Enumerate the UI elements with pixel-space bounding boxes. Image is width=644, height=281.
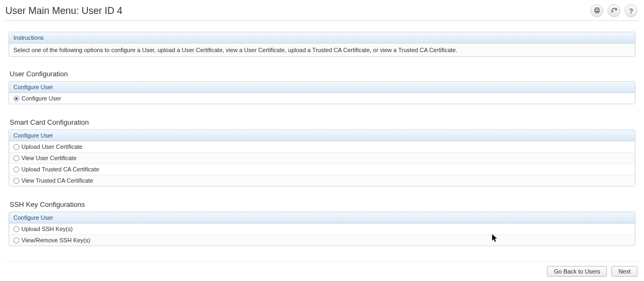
option-label: View User Certificate — [21, 155, 77, 161]
option-view-trusted-ca[interactable]: View Trusted CA Certificate — [9, 175, 635, 186]
radio-icon — [13, 144, 19, 150]
main-content: Instructions Select one of the following… — [0, 21, 644, 246]
user-config-subheader: Configure User — [9, 82, 635, 93]
help-icon: ? — [629, 7, 633, 15]
ssh-table: Configure User Upload SSH Key(s) View/Re… — [9, 212, 635, 246]
radio-icon — [13, 178, 19, 184]
option-upload-user-cert[interactable]: Upload User Certificate — [9, 141, 635, 153]
option-label: Upload SSH Key(s) — [21, 226, 72, 232]
option-label: Upload Trusted CA Certificate — [21, 166, 99, 172]
ssh-title: SSH Key Configurations — [10, 200, 635, 208]
option-upload-trusted-ca[interactable]: Upload Trusted CA Certificate — [9, 164, 635, 175]
printer-icon — [594, 7, 601, 15]
option-label: Configure User — [21, 95, 61, 102]
page-header: User Main Menu: User ID 4 ? — [0, 0, 644, 20]
user-config-title: User Configuration — [10, 70, 635, 78]
radio-icon — [13, 167, 19, 172]
footer-buttons: Go Back to Users Next — [547, 266, 638, 277]
refresh-icon — [611, 7, 618, 15]
radio-icon — [13, 237, 19, 243]
option-label: View/Remove SSH Key(s) — [21, 237, 90, 243]
option-label: Upload User Certificate — [21, 143, 83, 150]
smart-card-table: Configure User Upload User Certificate V… — [9, 129, 635, 186]
radio-icon — [13, 96, 19, 102]
footer-divider — [4, 261, 640, 262]
header-toolbar: ? — [590, 4, 638, 17]
help-button[interactable]: ? — [625, 4, 638, 17]
instructions-body: Select one of the following options to c… — [9, 44, 635, 56]
radio-icon — [13, 155, 19, 161]
page-title: User Main Menu: User ID 4 — [5, 5, 122, 17]
refresh-button[interactable] — [608, 4, 620, 17]
option-view-user-cert[interactable]: View User Certificate — [9, 153, 635, 164]
option-view-remove-ssh-key[interactable]: View/Remove SSH Key(s) — [9, 235, 635, 246]
smart-card-title: Smart Card Configuration — [10, 118, 635, 126]
ssh-subheader: Configure User — [9, 212, 635, 224]
radio-icon — [13, 226, 19, 232]
go-back-button[interactable]: Go Back to Users — [547, 266, 607, 277]
instructions-header: Instructions — [9, 32, 635, 44]
option-upload-ssh-key[interactable]: Upload SSH Key(s) — [9, 224, 635, 235]
smart-card-subheader: Configure User — [9, 130, 635, 141]
option-label: View Trusted CA Certificate — [21, 177, 93, 184]
option-configure-user[interactable]: Configure User — [9, 93, 635, 104]
user-config-table: Configure User Configure User — [9, 81, 635, 104]
instructions-panel: Instructions Select one of the following… — [9, 32, 635, 57]
next-button[interactable]: Next — [611, 266, 638, 277]
print-button[interactable] — [590, 4, 603, 17]
